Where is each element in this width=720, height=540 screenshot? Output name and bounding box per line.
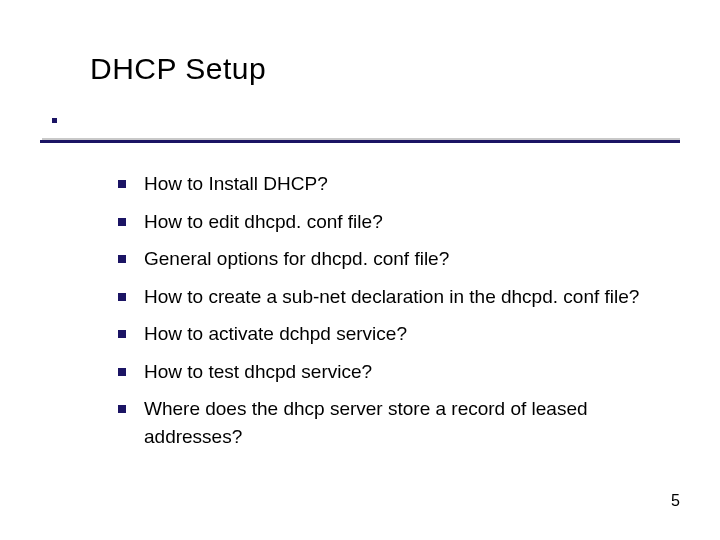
list-item: How to test dhcpd service? — [118, 358, 678, 386]
page-number: 5 — [671, 492, 680, 510]
slide-title: DHCP Setup — [90, 52, 266, 86]
list-item-text: How to create a sub-net declaration in t… — [144, 283, 678, 311]
square-bullet-icon — [118, 330, 126, 338]
underline-bar — [40, 140, 680, 143]
list-item-text: General options for dhcpd. conf file? — [144, 245, 678, 273]
list-item: How to create a sub-net declaration in t… — [118, 283, 678, 311]
list-item: How to edit dhcpd. conf file? — [118, 208, 678, 236]
square-bullet-icon — [118, 255, 126, 263]
list-item-text: How to test dhcpd service? — [144, 358, 678, 386]
bullet-list: How to Install DHCP? How to edit dhcpd. … — [118, 170, 678, 460]
square-bullet-icon — [118, 368, 126, 376]
square-bullet-icon — [118, 180, 126, 188]
list-item-text: How to edit dhcpd. conf file? — [144, 208, 678, 236]
list-item: General options for dhcpd. conf file? — [118, 245, 678, 273]
list-item-text: How to Install DHCP? — [144, 170, 678, 198]
list-item: How to activate dchpd service? — [118, 320, 678, 348]
list-item: How to Install DHCP? — [118, 170, 678, 198]
slide: DHCP Setup How to Install DHCP? How to e… — [0, 0, 720, 540]
list-item: Where does the dhcp server store a recor… — [118, 395, 678, 450]
square-bullet-icon — [118, 405, 126, 413]
square-bullet-icon — [118, 293, 126, 301]
title-underline — [40, 138, 680, 143]
list-item-text: How to activate dchpd service? — [144, 320, 678, 348]
square-bullet-icon — [118, 218, 126, 226]
list-item-text: Where does the dhcp server store a recor… — [144, 395, 678, 450]
accent-square-icon — [52, 118, 57, 123]
